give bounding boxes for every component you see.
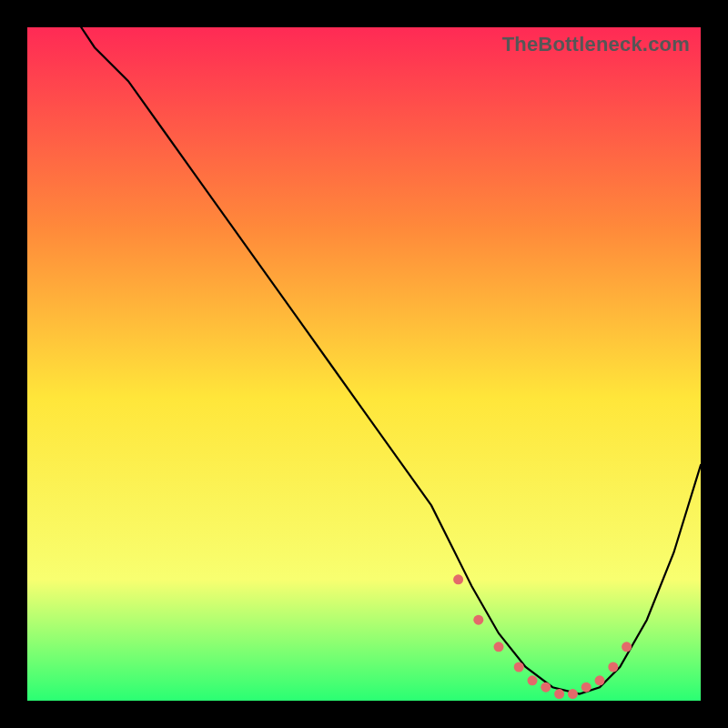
highlight-dot <box>473 615 483 625</box>
highlight-dot <box>568 689 578 699</box>
highlight-dot <box>494 642 504 652</box>
chart-canvas <box>27 27 701 701</box>
watermark-text: TheBottleneck.com <box>502 33 690 56</box>
highlight-dot <box>622 642 632 652</box>
highlight-dot <box>608 662 618 672</box>
highlight-dot <box>581 682 592 693</box>
highlight-dot <box>528 675 538 685</box>
chart-background <box>27 27 701 701</box>
highlight-dot <box>514 662 524 672</box>
highlight-dot <box>453 574 463 584</box>
highlight-dot <box>554 689 564 699</box>
highlight-dot <box>595 675 605 685</box>
chart-frame: TheBottleneck.com <box>27 27 701 701</box>
highlight-dot <box>541 682 551 693</box>
